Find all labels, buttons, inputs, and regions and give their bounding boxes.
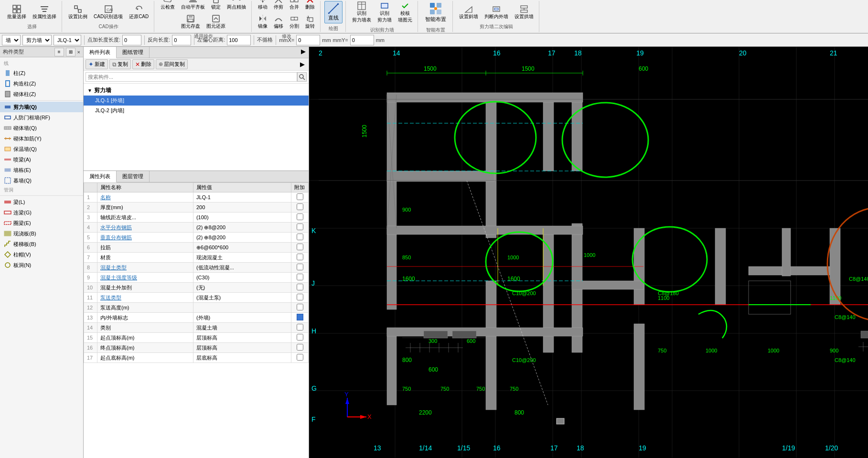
comp-beam-a[interactable]: 喷梁(A) xyxy=(0,154,83,165)
comp-floor-b[interactable]: 现浇板(B) xyxy=(0,228,83,239)
table-row[interactable]: 6拉筋⊕6@600*600 xyxy=(84,243,309,253)
table-row[interactable]: 7材质现浇混凝土 xyxy=(84,253,309,263)
comp-brick-wall-q[interactable]: 砌体墙(Q) xyxy=(0,123,83,133)
comp-wall-e[interactable]: 墙栋(E) xyxy=(0,165,83,175)
prop-checkbox-empty[interactable] xyxy=(297,264,303,270)
table-row[interactable]: 2厚度(mm)200 xyxy=(84,202,309,213)
id-select[interactable]: JLQ-1 xyxy=(54,35,81,45)
offset-button[interactable]: 偏移 xyxy=(271,13,286,31)
table-row[interactable]: 11泵送类型(混凝土泵) xyxy=(84,293,309,303)
copy-comp-button[interactable]: ⧉ 复制 xyxy=(109,59,131,69)
tab-comp-list[interactable]: 构件列表 xyxy=(84,47,117,58)
table-row[interactable]: 15起点顶标高(m)层顶标高 xyxy=(84,333,309,343)
judge-inner-outer-button[interactable]: 判断内外墙 xyxy=(482,3,511,21)
tile-view-button[interactable]: ⊞ xyxy=(66,48,75,56)
prop-value[interactable]: (2) ⊕8@200 xyxy=(193,223,291,233)
auto-level-button[interactable]: 自动平齐板 xyxy=(179,0,207,12)
new-comp-button[interactable]: ✦ 新建 xyxy=(86,59,108,69)
table-row[interactable]: 4水平分布钢筋(2) ⊕8@200 xyxy=(84,223,309,233)
comp-shear-wall-q[interactable]: 剪力墙(Q) xyxy=(0,102,83,112)
comp-brick-col[interactable]: 砌体柱(Z) xyxy=(0,89,83,99)
prop-value[interactable]: (C30) xyxy=(193,273,291,283)
prop-checkbox-empty[interactable] xyxy=(297,193,303,200)
comp-beam-l[interactable]: 梁(L) xyxy=(0,197,83,207)
comp-list-collapse-button[interactable]: ▶ xyxy=(298,47,309,58)
comp-circle-beam-e[interactable]: 圈梁(E) xyxy=(0,218,83,228)
comp-slab-v[interactable]: 柱帽(V) xyxy=(0,249,83,260)
cad-identify-button[interactable]: CAD CAD识别选项 xyxy=(91,3,125,21)
comp-conn-g[interactable]: 连梁(G) xyxy=(0,207,83,218)
lock-button[interactable]: 锁定 xyxy=(209,0,223,12)
batch-select-button[interactable]: 批量选择 xyxy=(5,3,29,21)
restore-cad-button[interactable]: 还原CAD xyxy=(127,3,151,21)
mmy-input[interactable] xyxy=(350,35,374,45)
prop-value[interactable]: 混凝土墙 xyxy=(193,323,291,333)
two-point-stretch-button[interactable]: 两点精抽 xyxy=(225,0,248,12)
tree-item-jlq1[interactable]: JLQ-1 [外墙] xyxy=(84,96,309,106)
check-elem-button[interactable]: 校核 墙图元 xyxy=(396,0,415,25)
tree-section-shear-wall[interactable]: ▼ 剪力墙 xyxy=(84,85,309,96)
reverse-len-input[interactable] xyxy=(172,35,191,45)
table-row[interactable]: 14类别混凝土墙 xyxy=(84,323,309,333)
prop-extra[interactable] xyxy=(291,313,309,323)
id-shear-wall-button[interactable]: 识别 剪力墙 xyxy=(375,0,394,25)
tab-drawing-mgmt[interactable]: 图纸管理 xyxy=(117,47,150,58)
prop-value[interactable]: ⊕6@600*600 xyxy=(193,243,291,253)
cloud-check-button[interactable]: 云检查 xyxy=(158,0,177,12)
delete-comp-button[interactable]: ✕ 删除 xyxy=(132,59,154,69)
prop-value[interactable]: (无) xyxy=(193,283,291,293)
prop-value[interactable]: (2) ⊕8@200 xyxy=(193,233,291,243)
type-select[interactable]: 墙 xyxy=(2,35,21,45)
comp-stair-b[interactable]: 楼梯板(B) xyxy=(0,239,83,249)
set-slope-wall-button[interactable]: 设置斜墙 xyxy=(457,3,481,21)
prop-value[interactable]: (低流动性混凝... xyxy=(193,263,291,273)
search-button[interactable] xyxy=(297,72,307,82)
prop-checkbox-empty[interactable] xyxy=(297,254,303,260)
prop-checkbox-empty[interactable] xyxy=(297,344,303,351)
table-row[interactable]: 16终点顶标高(m)层顶标高 xyxy=(84,343,309,353)
prop-checkbox-empty[interactable] xyxy=(297,304,303,310)
split-button[interactable]: 分割 xyxy=(287,13,301,31)
origin-switch-button[interactable]: 图元还原 xyxy=(204,13,228,31)
floor-copy-button[interactable]: ⊕ 层间复制 xyxy=(156,59,188,69)
tab-props-list[interactable]: 属性列表 xyxy=(84,171,117,182)
table-row[interactable]: 8混凝土类型(低流动性混凝... xyxy=(84,263,309,273)
prop-checkbox-empty[interactable] xyxy=(297,213,303,220)
cad-canvas-area[interactable]: 2 14 16 17 18 19 20 21 13 1/14 1/15 16 1… xyxy=(309,47,868,458)
prop-checkbox-empty[interactable] xyxy=(297,334,303,341)
mirror-button[interactable]: 镜像 xyxy=(256,13,270,31)
point-add-len-input[interactable] xyxy=(122,35,141,45)
table-row[interactable]: 1名称JLQ-1 xyxy=(84,192,309,202)
comp-brick-rebar-y[interactable]: 砌体加筋(Y) xyxy=(0,133,83,144)
comp-hole-n[interactable]: 板洞(N) xyxy=(0,260,83,270)
set-scale-button[interactable]: 设置比例 xyxy=(66,3,90,21)
left-panel-close-button[interactable]: × xyxy=(77,49,80,55)
prop-value[interactable]: 层顶标高 xyxy=(193,343,291,353)
prop-checkbox-empty[interactable] xyxy=(297,324,303,330)
table-row[interactable]: 9混凝土强度等级(C30) xyxy=(84,273,309,283)
table-row[interactable]: 10混凝土外加剂(无) xyxy=(84,283,309,293)
prop-checkbox[interactable] xyxy=(297,314,303,320)
prop-value[interactable] xyxy=(193,303,291,313)
id-shear-table-button[interactable]: 识别 剪力墙表 xyxy=(350,0,374,25)
left-center-dist-input[interactable] xyxy=(227,35,251,45)
comp-door-frame-rf[interactable]: 人防门框墙(RF) xyxy=(0,112,83,123)
rotate-button[interactable]: 旋转 xyxy=(303,13,317,31)
prop-value[interactable]: 200 xyxy=(193,202,291,213)
prop-checkbox-empty[interactable] xyxy=(297,284,303,290)
prop-checkbox-empty[interactable] xyxy=(297,234,303,240)
tab-layer-mgmt[interactable]: 图层管理 xyxy=(117,171,150,182)
prop-value[interactable]: (100) xyxy=(193,213,291,223)
by-prop-select-button[interactable]: 按属性选择 xyxy=(30,3,59,21)
search-comp-input[interactable] xyxy=(86,72,297,82)
prop-value[interactable]: 现浇混凝土 xyxy=(193,253,291,263)
table-row[interactable]: 3轴线距左墙皮...(100) xyxy=(84,213,309,223)
straight-line-button[interactable]: 直线 xyxy=(324,1,343,23)
delete-button[interactable]: 删除 xyxy=(303,0,317,12)
origin-store-button[interactable]: 图元存盘 xyxy=(179,13,203,31)
table-row[interactable]: 12泵送高度(m) xyxy=(84,303,309,313)
prop-checkbox-empty[interactable] xyxy=(297,203,303,210)
prop-checkbox-empty[interactable] xyxy=(297,294,303,300)
merge-button[interactable]: 合并 xyxy=(287,0,301,12)
mmx-input[interactable] xyxy=(296,35,320,45)
